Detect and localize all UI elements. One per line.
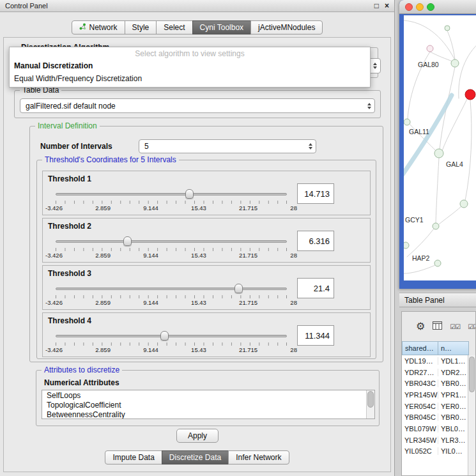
network-edge: [465, 100, 472, 201]
algorithm-option[interactable]: Manual Discretization: [10, 59, 370, 72]
network-node[interactable]: [433, 223, 439, 229]
slider-scale: -3.4262.8599.14415.4321.71528: [45, 252, 297, 259]
threshold-value[interactable]: 6.316: [297, 231, 334, 251]
tab-infer-network[interactable]: Infer Network: [228, 450, 289, 464]
table-scrollbar[interactable]: [468, 355, 475, 475]
slider-track: [56, 335, 287, 337]
attribute-item[interactable]: SelfLoops: [42, 391, 365, 401]
float-window-icon[interactable]: □: [374, 2, 379, 10]
table-row[interactable]: YER054CYER0…: [402, 401, 469, 412]
table-row[interactable]: YDL19…YDL1…: [402, 355, 469, 367]
network-node[interactable]: [434, 260, 441, 266]
table-column-header[interactable]: n…: [438, 341, 469, 355]
scale-label: -3.426: [45, 299, 63, 306]
network-node[interactable]: [460, 200, 468, 208]
close-icon[interactable]: ×: [385, 2, 389, 10]
table-cell: YIL052C: [402, 447, 438, 455]
table-column-header[interactable]: shared…: [402, 341, 438, 355]
number-of-intervals-label: Number of Intervals: [40, 142, 112, 151]
apply-button[interactable]: Apply: [176, 429, 219, 443]
screen: Control Panel □ × NetworkStyleSelectCyni…: [0, 0, 476, 476]
tab-select[interactable]: Select: [156, 20, 192, 35]
scale-label: 2.859: [95, 252, 111, 259]
table-data-combobox[interactable]: galFiltered.sif default node: [20, 98, 375, 113]
gear-icon[interactable]: ⚙: [416, 321, 425, 332]
table-row[interactable]: YLR345WYLR3…: [402, 434, 469, 446]
table-row[interactable]: YDR27…YDR2…: [402, 367, 469, 378]
attribute-item[interactable]: BetweennessCentrality: [42, 410, 365, 419]
table-row[interactable]: YIL052CYIL0…: [402, 446, 469, 457]
slider-thumb[interactable]: [234, 284, 243, 293]
slider-thumb[interactable]: [123, 236, 132, 246]
network-edge: [447, 31, 455, 59]
cyni-toolbox-panel: Discretization Algorithm Select algorith…: [3, 37, 391, 472]
threshold-value[interactable]: 21.4: [297, 278, 334, 298]
slider-track: [56, 193, 287, 196]
checkbox-icons[interactable]: ☑☑: [468, 323, 475, 330]
scale-label: 15.43: [191, 204, 206, 211]
network-node[interactable]: [451, 59, 459, 67]
network-node[interactable]: [434, 149, 443, 158]
scale-label: 28: [290, 252, 297, 259]
network-edge: [459, 41, 476, 98]
threshold-label: Threshold 1: [48, 174, 91, 183]
number-of-intervals-value: 5: [144, 142, 149, 151]
tab-cyni-toolbox[interactable]: Cyni Toolbox: [192, 20, 251, 35]
scrollbar-thumb[interactable]: [469, 357, 475, 392]
attributes-group: Attributes to discretize Numerical Attri…: [36, 370, 380, 426]
tab-discretize-data[interactable]: Discretize Data: [162, 450, 229, 464]
threshold-slider[interactable]: [56, 189, 287, 199]
table-row[interactable]: YBR045CYBR0…: [402, 411, 469, 423]
attribute-item[interactable]: TopologicalCoefficient: [42, 401, 365, 410]
scale-label: 9.144: [143, 252, 158, 259]
scale-label: 28: [290, 204, 297, 211]
table-panel-title: Table Panel: [404, 296, 445, 305]
table-row[interactable]: YBL079WYBL0…: [402, 423, 469, 434]
tab-label: Discretize Data: [169, 453, 221, 462]
number-of-intervals-combobox[interactable]: 5: [139, 139, 316, 153]
threshold-slider[interactable]: [56, 331, 287, 341]
network-node[interactable]: [404, 242, 409, 249]
node-label: GAL80: [418, 61, 439, 68]
network-edge: [407, 229, 434, 257]
network-graph[interactable]: GAL80GAL11GAL4GCY1HAP2: [404, 15, 476, 280]
network-node[interactable]: [465, 89, 475, 100]
tab-jactivemnodules[interactable]: jActiveMNodules: [250, 20, 323, 35]
scale-label: 2.859: [95, 346, 111, 353]
table-cell: YER054C: [402, 403, 438, 410]
columns-icon[interactable]: [433, 321, 442, 332]
tab-network[interactable]: Network: [72, 20, 125, 35]
minimize-button[interactable]: [416, 3, 424, 11]
attributes-list[interactable]: SelfLoopsTopologicalCoefficientBetweenne…: [42, 390, 375, 419]
table-cell: YDL1…: [438, 357, 469, 365]
checkbox-icons[interactable]: ☑☑: [450, 323, 460, 330]
tab-style[interactable]: Style: [125, 20, 157, 35]
network-node[interactable]: [445, 26, 450, 31]
table-cell: YPR1…: [438, 391, 469, 399]
zoom-button[interactable]: [427, 3, 434, 11]
node-label: HAP2: [412, 254, 430, 262]
threshold-value[interactable]: 11.344: [297, 325, 334, 346]
table-data-group: Table Data galFiltered.sif default node: [14, 90, 381, 118]
network-canvas[interactable]: GAL80GAL11GAL4GCY1HAP2: [404, 15, 476, 280]
table-row[interactable]: YPR145WYPR1…: [402, 389, 469, 401]
threshold-value[interactable]: 14.713: [297, 183, 334, 204]
table-data-value: galFiltered.sif default node: [26, 102, 116, 111]
close-button[interactable]: [405, 3, 413, 11]
threshold-section: Threshold 1-3.4262.8599.14415.4321.71528…: [42, 171, 371, 215]
tab-impute-data[interactable]: Impute Data: [105, 450, 162, 464]
network-node[interactable]: [427, 45, 433, 52]
network-node[interactable]: [404, 119, 410, 125]
window-title: Control Panel: [5, 2, 369, 10]
table-row[interactable]: YBR043CYBR0…: [402, 378, 469, 389]
algorithm-option[interactable]: Equal Width/Frequency Discretization: [10, 72, 370, 85]
slider-thumb[interactable]: [160, 331, 169, 341]
threshold-slider[interactable]: [56, 284, 287, 294]
list-scrollbar[interactable]: [366, 390, 374, 418]
slider-ticks: [56, 248, 287, 251]
threshold-slider[interactable]: [56, 236, 287, 247]
slider-thumb[interactable]: [185, 189, 194, 199]
scale-label: 15.43: [191, 346, 206, 353]
table-cell: YDR2…: [438, 369, 469, 376]
scrollbar-thumb[interactable]: [367, 391, 374, 408]
